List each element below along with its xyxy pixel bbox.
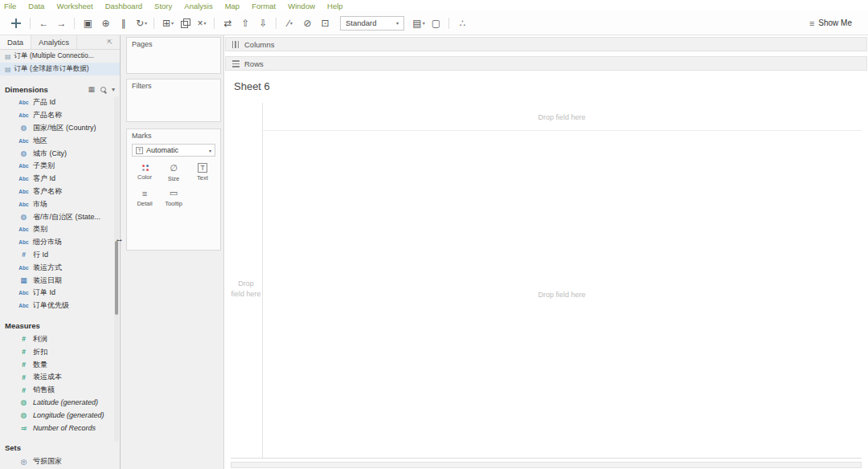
redo-icon[interactable]: → (54, 15, 70, 31)
separator[interactable] (446, 15, 453, 31)
separator[interactable] (27, 15, 35, 31)
rows-icon (232, 60, 240, 67)
field-item[interactable]: 亏损国家 (0, 455, 120, 468)
field-item[interactable]: 折扣 (0, 345, 120, 358)
toolbar-right-group: ▤ ▾ ▢ ∴ (411, 15, 471, 31)
sort-ascending-icon[interactable]: ⇧ (238, 15, 254, 31)
menu-item[interactable]: Data (28, 2, 44, 10)
field-item[interactable]: Latitude (generated) (0, 397, 120, 410)
show-me-button[interactable]: ≡ Show Me (809, 18, 852, 28)
menu-item[interactable]: File (4, 2, 16, 10)
drop-zone-columns[interactable]: Drop field here (262, 113, 862, 121)
pin-pane-icon[interactable]: ⇱ (107, 39, 117, 46)
menu-item[interactable]: Worksheet (56, 2, 92, 10)
presentation-mode-icon[interactable]: ▢ (428, 15, 444, 31)
mark-type-dropdown[interactable]: Automatic ▾ (132, 144, 215, 157)
field-item[interactable]: 类别 (0, 223, 120, 236)
field-item[interactable]: 订单 Id (0, 287, 120, 300)
menu-item[interactable]: Map (225, 2, 240, 10)
field-item[interactable]: 子类别 (0, 160, 120, 173)
pause-updates-icon[interactable]: ∥ (116, 15, 132, 31)
field-item[interactable]: Longitude (generated) (0, 409, 120, 422)
field-item[interactable]: Number of Records (0, 422, 120, 434)
clear-sheet-icon[interactable]: × ▾ (194, 15, 210, 31)
field-item[interactable]: 城市 (City) (0, 147, 120, 160)
new-worksheet-icon[interactable]: ⊞ ▾ (160, 15, 176, 31)
show-hide-cards-icon[interactable]: ▤ ▾ (411, 15, 427, 31)
abc-icon (18, 202, 30, 207)
field-item[interactable]: 装运成本 (0, 371, 120, 384)
field-item[interactable]: 销售额 (0, 384, 120, 397)
tab-data[interactable]: Data (0, 35, 31, 49)
menu-item[interactable]: Story (154, 2, 172, 10)
tooltip-button[interactable]: ▭ Tooltip (159, 188, 188, 207)
icon-glyph: ▤ (412, 18, 421, 29)
detail-button[interactable]: ≡ Detail (130, 188, 159, 207)
abc-icon (18, 100, 30, 105)
horizontal-scrollbar[interactable] (231, 462, 862, 468)
field-item[interactable]: 细分市场 (0, 236, 120, 249)
chevron-down-icon[interactable]: ▾ (112, 86, 115, 93)
tableau-logo-icon[interactable] (6, 15, 26, 31)
view-data-grid-icon[interactable]: ▦ (88, 85, 95, 93)
tab-analytics[interactable]: Analytics (31, 35, 77, 49)
pane-divider-horizontal (262, 130, 862, 131)
menu-item[interactable]: Help (327, 2, 343, 10)
sort-descending-icon[interactable]: ⇩ (256, 15, 272, 31)
duplicate-icon[interactable] (178, 15, 192, 31)
field-item[interactable]: 国家/地区 (Country) (0, 122, 120, 135)
pane-scrollbar[interactable] (114, 96, 119, 442)
field-item[interactable]: 地区 (0, 134, 120, 147)
menu-item[interactable]: Analysis (184, 2, 212, 10)
abc-icon (18, 189, 30, 194)
color-button[interactable]: Color (130, 163, 159, 182)
field-item[interactable]: 客户名称 (0, 186, 120, 198)
separator[interactable] (273, 15, 280, 31)
text-button[interactable]: T Text (188, 163, 217, 182)
fit-selector[interactable]: Standard ▾ (340, 16, 404, 31)
field-label: 类别 (33, 224, 47, 234)
drop-zone-canvas[interactable]: Drop field here (262, 291, 862, 299)
pane-bottom-border (231, 458, 862, 459)
fit-selector-value: Standard (346, 18, 377, 27)
field-label: 城市 (City) (33, 149, 67, 159)
refresh-icon[interactable]: ↻ ▾ (133, 15, 149, 31)
field-item[interactable]: 省/市/自治区 (State... (0, 210, 120, 223)
separator[interactable] (151, 15, 158, 31)
show-mark-labels-icon[interactable]: ⊡ (317, 15, 334, 31)
field-item[interactable]: 装运日期 (0, 274, 120, 287)
save-icon[interactable]: ▣ (80, 15, 96, 31)
filters-card[interactable]: Filters (126, 79, 221, 122)
pages-card[interactable]: Pages (126, 37, 221, 74)
datasource-item[interactable]: 订单 (全球超市订单数据) (0, 63, 120, 75)
group-members-icon[interactable]: ⊘ (300, 15, 316, 31)
field-item[interactable]: 行 Id (0, 249, 120, 262)
highlight-icon[interactable]: ∕ ▾ (282, 15, 298, 31)
datasource-item[interactable]: 订单 (Multiple Connectio... (0, 50, 120, 63)
pane-scrollbar-thumb[interactable] (115, 241, 118, 315)
marks-card-label: Marks (127, 129, 220, 142)
field-item[interactable]: 客户 Id (0, 173, 120, 186)
field-item[interactable]: 装运方式 (0, 261, 120, 274)
search-icon[interactable] (100, 86, 107, 93)
drop-zone-rows[interactable]: Drop field here (231, 279, 261, 300)
field-item[interactable]: 市场 (0, 198, 120, 210)
undo-icon[interactable]: ← (36, 15, 52, 31)
field-item[interactable]: 产品 Id (0, 96, 120, 109)
columns-shelf[interactable]: Columns (225, 37, 867, 51)
datasource-icon (5, 53, 11, 60)
rows-shelf[interactable]: Rows (225, 56, 867, 71)
separator[interactable] (72, 15, 79, 31)
separator[interactable] (211, 15, 219, 31)
field-item[interactable]: 数量 (0, 358, 120, 371)
menu-item[interactable]: Format (252, 2, 276, 10)
size-button[interactable]: ∅ Size (159, 163, 188, 182)
swap-axes-icon[interactable]: ⇄ (220, 15, 236, 31)
menu-item[interactable]: Dashboard (105, 2, 142, 10)
share-icon[interactable]: ∴ (455, 15, 471, 31)
field-item[interactable]: 订单优先级 (0, 300, 120, 312)
menu-item[interactable]: Window (288, 2, 315, 10)
add-data-icon[interactable]: ⊕ (98, 15, 114, 31)
field-item[interactable]: 产品名称 (0, 109, 120, 122)
field-item[interactable]: 利润 (0, 333, 120, 346)
